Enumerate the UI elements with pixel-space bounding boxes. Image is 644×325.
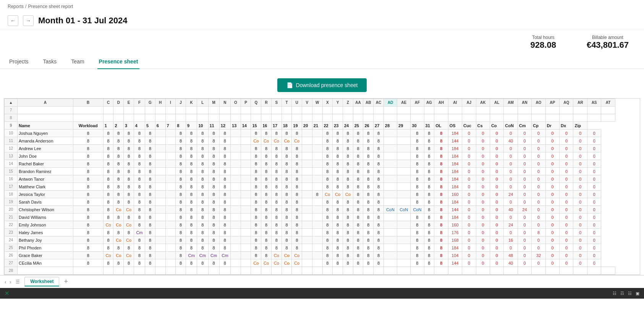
data-cell: 8 (219, 259, 230, 267)
data-cell: 0 (573, 160, 587, 168)
data-cell: 8 (186, 213, 197, 221)
tab-tasks[interactable]: Tasks (42, 55, 58, 69)
data-cell: 8 (282, 175, 292, 183)
data-cell: 0 (560, 213, 573, 221)
empty-cell (587, 267, 601, 275)
data-cell: 8 (261, 229, 272, 236)
data-cell: 8 (103, 183, 113, 191)
data-cell: 8 (134, 198, 145, 206)
data-cell: 8 (176, 175, 186, 183)
data-cell: 8 (73, 145, 103, 152)
empty-cell (353, 107, 363, 114)
col-header-c: C (103, 99, 113, 107)
excel-icon: ✕ (5, 290, 9, 296)
data-cell: 0 (476, 152, 490, 160)
data-cell: Co (113, 221, 124, 229)
data-cell: 8 (322, 259, 333, 267)
next-button[interactable]: → (23, 15, 34, 26)
empty-cell (532, 267, 545, 275)
data-cell: 8 (197, 129, 208, 137)
download-btn[interactable]: 📄 Download presence sheet (277, 78, 367, 92)
tab-team[interactable]: Team (70, 55, 86, 69)
data-cell: 8 (197, 168, 208, 175)
data-cell (155, 152, 165, 160)
data-cell (165, 191, 176, 198)
prev-button[interactable]: ← (8, 15, 18, 26)
data-cell: 8 (145, 137, 155, 145)
tab-projects[interactable]: Projects (8, 55, 30, 69)
data-cell (165, 160, 176, 168)
data-cell: 104 (448, 252, 462, 259)
data-cell: 0 (504, 198, 518, 206)
data-cell (397, 145, 411, 152)
data-cell: 8 (219, 221, 230, 229)
header-cell: 23 (333, 122, 343, 129)
data-cell: 0 (518, 152, 531, 160)
data-cell: 8 (532, 229, 545, 236)
data-cell (383, 198, 397, 206)
data-cell (302, 191, 312, 198)
empty-cell (124, 267, 134, 275)
data-cell: 0 (560, 229, 573, 236)
data-cell: 0 (573, 129, 587, 137)
worksheet-tab[interactable]: Worksheet (24, 277, 59, 286)
data-cell: 8 (197, 244, 208, 252)
data-cell: 0 (587, 244, 601, 252)
sheet-menu-icon[interactable]: ☰ (16, 279, 20, 285)
data-cell: 8 (343, 137, 353, 145)
data-cell: Cm (219, 252, 230, 259)
data-cell (155, 236, 165, 244)
data-cell: 8 (434, 152, 448, 160)
col-header-ar: AR (573, 99, 587, 107)
data-cell: 0 (532, 221, 545, 229)
data-cell: 8 (186, 175, 197, 183)
sheet-nav-left[interactable]: ‹ (5, 279, 6, 285)
empty-cell (176, 267, 186, 275)
row-num-cell: 21 (5, 213, 18, 221)
empty-cell (462, 107, 476, 114)
data-cell: Co (271, 259, 282, 267)
data-cell: 8 (282, 191, 292, 198)
data-cell: 8 (186, 236, 197, 244)
data-cell (231, 152, 241, 160)
data-cell: Co (343, 191, 353, 198)
data-cell: 8 (251, 168, 261, 175)
data-cell: 0 (462, 236, 476, 244)
data-cell: 0 (545, 191, 559, 198)
data-cell (397, 236, 411, 244)
data-cell: 0 (532, 137, 545, 145)
data-cell: 8 (353, 168, 363, 175)
data-cell: 8 (374, 137, 384, 145)
data-cell (302, 259, 312, 267)
data-cell (155, 137, 165, 145)
data-cell: 8 (411, 259, 424, 267)
data-cell: 8 (271, 244, 282, 252)
data-cell: 8 (124, 137, 134, 145)
data-cell: 8 (103, 152, 113, 160)
data-cell (302, 129, 312, 137)
data-cell: 8 (282, 168, 292, 175)
add-sheet-btn[interactable]: + (64, 278, 68, 286)
tab-presence-sheet[interactable]: Presence sheet (97, 55, 140, 69)
data-cell: 8 (145, 152, 155, 160)
data-cell: 8 (73, 168, 103, 175)
data-cell: 8 (176, 221, 186, 229)
data-cell (312, 206, 322, 213)
data-cell (397, 137, 411, 145)
sheet-nav-right[interactable]: › (10, 279, 11, 285)
data-cell: 0 (462, 252, 476, 259)
breadcrumb-reports[interactable]: Reports (8, 4, 24, 9)
data-cell: 8 (145, 229, 155, 236)
header-cell: 10 (197, 122, 208, 129)
data-cell (241, 259, 251, 267)
data-cell (231, 175, 241, 183)
data-cell: 8 (411, 160, 424, 168)
data-cell (155, 168, 165, 175)
total-hours-label: Total hours (531, 35, 556, 40)
data-cell (302, 252, 312, 259)
data-cell: 8 (271, 198, 282, 206)
data-cell (165, 252, 176, 259)
spreadsheet-container[interactable]: ▲ A B C D E F G H I J K L M N O P Q R S (4, 98, 640, 275)
data-cell: 0 (573, 244, 587, 252)
data-cell: 8 (251, 221, 261, 229)
